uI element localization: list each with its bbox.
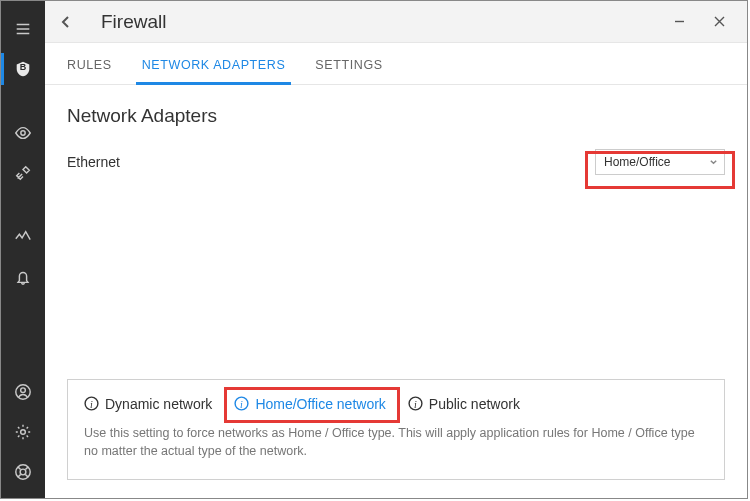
tools-icon xyxy=(14,164,32,182)
svg-text:B: B xyxy=(20,62,27,72)
chevron-left-icon xyxy=(59,15,73,29)
svg-point-1 xyxy=(21,131,25,135)
adapter-name: Ethernet xyxy=(67,154,120,170)
activity-icon xyxy=(14,228,32,246)
title-bar: Firewall xyxy=(45,1,747,43)
svg-point-3 xyxy=(21,388,26,393)
legend-public-network[interactable]: i Public network xyxy=(408,396,520,412)
gear-icon xyxy=(14,423,32,441)
eye-icon xyxy=(14,124,32,142)
legend-label: Home/Office network xyxy=(255,396,385,412)
svg-point-6 xyxy=(20,469,26,475)
sidebar-support-button[interactable] xyxy=(1,452,45,492)
tab-settings[interactable]: SETTINGS xyxy=(313,48,384,84)
sidebar-activity-button[interactable] xyxy=(1,217,45,257)
sidebar-notifications-button[interactable] xyxy=(1,257,45,297)
legend-label: Dynamic network xyxy=(105,396,212,412)
lifebuoy-icon xyxy=(14,463,32,481)
adapter-type-dropdown[interactable]: Home/Office xyxy=(595,149,725,175)
sidebar-account-button[interactable] xyxy=(1,372,45,412)
dropdown-value: Home/Office xyxy=(604,155,670,169)
tab-bar: RULES NETWORK ADAPTERS SETTINGS xyxy=(45,43,747,85)
svg-text:i: i xyxy=(90,399,93,410)
adapter-row: Ethernet Home/Office xyxy=(67,149,725,175)
network-type-legend: i Dynamic network i Home/Office network … xyxy=(84,396,708,412)
hamburger-icon xyxy=(14,20,32,38)
svg-point-4 xyxy=(21,430,26,435)
legend-label: Public network xyxy=(429,396,520,412)
close-button[interactable] xyxy=(699,7,739,37)
back-button[interactable] xyxy=(49,5,83,39)
shield-icon: B xyxy=(14,60,32,78)
sidebar-menu-button[interactable] xyxy=(1,9,45,49)
network-type-description: Use this setting to force networks as Ho… xyxy=(84,424,708,462)
sidebar: B xyxy=(1,1,45,498)
content-area: Network Adapters Ethernet Home/Office i … xyxy=(45,85,747,498)
legend-home-office-network[interactable]: i Home/Office network xyxy=(234,396,385,412)
legend-dynamic-network[interactable]: i Dynamic network xyxy=(84,396,212,412)
tab-network-adapters[interactable]: NETWORK ADAPTERS xyxy=(140,48,288,84)
app-window: B Firewall xyxy=(0,0,748,499)
info-icon: i xyxy=(408,396,423,411)
svg-text:i: i xyxy=(414,399,417,410)
sidebar-settings-button[interactable] xyxy=(1,412,45,452)
info-icon: i xyxy=(84,396,99,411)
minimize-button[interactable] xyxy=(659,7,699,37)
chevron-down-icon xyxy=(709,158,718,167)
section-title: Network Adapters xyxy=(67,105,725,127)
window-controls xyxy=(659,7,739,37)
sidebar-tools-button[interactable] xyxy=(1,153,45,193)
sidebar-protection-button[interactable]: B xyxy=(1,49,45,89)
main-pane: Firewall RULES NETWORK ADAPTERS SETTINGS… xyxy=(45,1,747,498)
close-icon xyxy=(714,16,725,27)
user-icon xyxy=(14,383,32,401)
tab-rules[interactable]: RULES xyxy=(65,48,114,84)
svg-text:i: i xyxy=(240,399,243,410)
sidebar-privacy-button[interactable] xyxy=(1,113,45,153)
network-type-info-panel: i Dynamic network i Home/Office network … xyxy=(67,379,725,481)
window-title: Firewall xyxy=(101,11,166,33)
bell-icon xyxy=(14,268,32,286)
info-icon: i xyxy=(234,396,249,411)
minimize-icon xyxy=(674,16,685,27)
